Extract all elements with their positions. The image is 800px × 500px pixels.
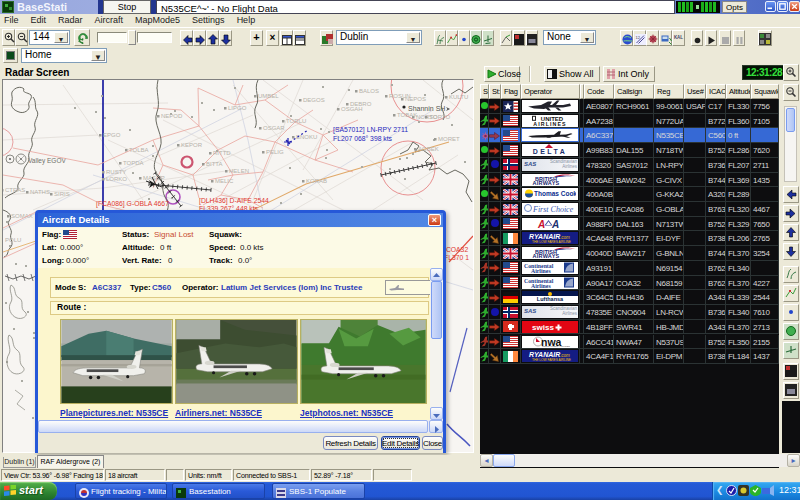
svg-text:OSGAR: OSGAR: [263, 125, 285, 131]
svg-text:AGBEK: AGBEK: [418, 146, 439, 152]
svg-text:SIRIS: SIRIS: [54, 191, 70, 197]
svg-text:Valley EGOV: Valley EGOV: [28, 157, 66, 165]
svg-text:KEPOR: KEPOR: [181, 142, 203, 148]
svg-text:CTRAS: CTRAS: [5, 187, 25, 193]
svg-text:LIPGO: LIPGO: [228, 105, 247, 111]
svg-text:Thomas Cook: Thomas Cook: [534, 190, 576, 197]
svg-text:HELEN: HELEN: [229, 168, 249, 174]
svg-text:[FCA086] G-OBLA 4667: [FCA086] G-OBLA 4667: [96, 200, 169, 208]
svg-text:BITTA: BITTA: [206, 161, 223, 167]
svg-text:NORTHWEST AIRLINES: NORTHWEST AIRLINES: [542, 345, 570, 347]
svg-text:SOMAX: SOMAX: [11, 213, 33, 219]
svg-text:Airlines: Airlines: [531, 282, 551, 288]
svg-text:RUSTY: RUSTY: [106, 169, 126, 175]
svg-text:AIRWAYS: AIRWAYS: [532, 254, 559, 259]
svg-text:First Choice: First Choice: [532, 205, 574, 214]
svg-text:[COA32: [COA32: [444, 246, 468, 254]
svg-text:FL370 1: FL370 1: [444, 254, 469, 261]
svg-text:FL207 068° 398 kts: FL207 068° 398 kts: [333, 135, 393, 142]
svg-text:OSGAH: OSGAH: [341, 106, 363, 112]
svg-text:[SA57012] LN-RPY 2711: [SA57012] LN-RPY 2711: [333, 126, 408, 134]
svg-text:MELIC: MELIC: [215, 178, 234, 184]
svg-text:Shannin SH: Shannin SH: [408, 105, 445, 112]
svg-text:DELTA: DELTA: [533, 148, 567, 155]
svg-text:ENOKU: ENOKU: [296, 134, 317, 140]
svg-text:THE LOW FARES AIRLINE: THE LOW FARES AIRLINE: [532, 358, 571, 362]
svg-text:NEPOD: NEPOD: [161, 113, 183, 119]
svg-text:LORKO: LORKO: [106, 176, 127, 182]
svg-text:[DLH436] D-AIFE 2544: [DLH436] D-AIFE 2544: [199, 197, 269, 205]
svg-text:PELIG: PELIG: [266, 149, 284, 155]
svg-text:DEGOS: DEGOS: [303, 97, 325, 103]
svg-text:A: A: [551, 219, 559, 229]
svg-text:AIRWAYS: AIRWAYS: [532, 180, 559, 185]
svg-text:THE LOW FARES AIRLINE: THE LOW FARES AIRLINE: [532, 240, 571, 244]
svg-text:A: A: [537, 219, 545, 229]
svg-text:swiss: swiss: [532, 323, 554, 332]
svg-text:NATHS: NATHS: [30, 189, 50, 195]
svg-text:AIRLINES: AIRLINES: [533, 121, 567, 127]
svg-text:KORAB: KORAB: [306, 178, 327, 184]
svg-text:NEPOS: NEPOS: [405, 96, 426, 102]
svg-text:12: 12: [635, 35, 640, 40]
svg-text:TOBAK: TOBAK: [397, 112, 417, 118]
svg-text:TORLU: TORLU: [286, 118, 306, 124]
svg-text:KULTU: KULTU: [449, 94, 468, 100]
svg-text:TOPDA: TOPDA: [123, 160, 144, 166]
svg-text:BALOS: BALOS: [359, 88, 379, 94]
svg-text:POLU: POLU: [5, 237, 21, 243]
svg-text:MORET: MORET: [438, 136, 460, 142]
svg-text:Airlines: Airlines: [531, 267, 551, 273]
svg-text:SORTO: SORTO: [429, 114, 450, 120]
svg-text:RITTD: RITTD: [213, 150, 231, 156]
svg-text:UMBEL: UMBEL: [258, 93, 279, 99]
svg-text:EPGO: EPGO: [103, 132, 121, 138]
